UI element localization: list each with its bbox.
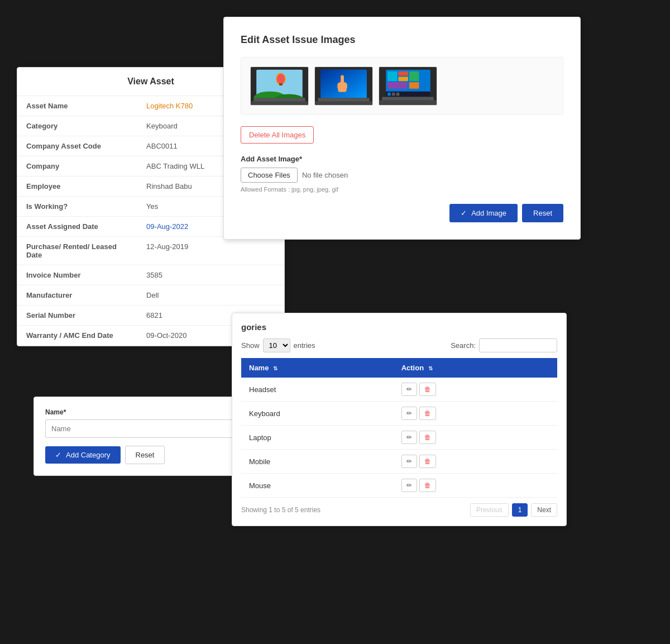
edit-button[interactable]: ✏	[401, 407, 417, 420]
svg-rect-8	[251, 101, 308, 105]
delete-button[interactable]: 🗑	[419, 407, 436, 420]
previous-page-button[interactable]: Previous	[470, 503, 509, 517]
entries-select[interactable]: 10 25 50	[263, 338, 290, 352]
svg-rect-29	[396, 93, 400, 96]
edit-images-panel: Edit Asset Issue Images	[223, 17, 581, 240]
svg-rect-28	[392, 93, 395, 96]
category-name: Laptop	[241, 426, 394, 450]
add-image-label: Add Asset Image*	[241, 155, 563, 163]
action-sort-icon: ⇅	[428, 365, 433, 371]
asset-field-label: Employee	[17, 176, 137, 197]
table-row: Headset ✏ 🗑	[241, 378, 557, 402]
category-name: Mobile	[241, 450, 394, 474]
no-file-text: No file chosen	[302, 171, 348, 179]
svg-rect-27	[387, 93, 391, 96]
svg-rect-13	[341, 75, 344, 84]
categories-table-body: Headset ✏ 🗑 Keyboard ✏ 🗑 Laptop ✏ 🗑 Mobi…	[241, 378, 557, 498]
add-category-button[interactable]: Add Category	[45, 446, 121, 464]
delete-button[interactable]: 🗑	[419, 431, 436, 444]
edit-button[interactable]: ✏	[401, 383, 417, 396]
show-label: Show	[241, 341, 260, 350]
asset-field-label: Warranty / AMC End Date	[17, 326, 137, 346]
asset-field-label: Asset Assigned Date	[17, 217, 137, 237]
show-entries-control: Show 10 25 50 entries	[241, 338, 315, 352]
laptop-image-3	[379, 66, 437, 106]
table-row: Mobile ✏ 🗑	[241, 450, 557, 474]
svg-rect-21	[399, 71, 408, 76]
delete-button[interactable]: 🗑	[419, 479, 436, 492]
category-action: ✏ 🗑	[394, 474, 557, 498]
category-action: ✏ 🗑	[394, 426, 557, 450]
add-image-section: Add Asset Image* Choose Files No file ch…	[241, 155, 563, 193]
asset-field-label: Is Working?	[17, 197, 137, 217]
search-label: Search:	[451, 341, 476, 350]
name-input[interactable]	[45, 419, 240, 438]
categories-subtitle: gories	[241, 322, 557, 332]
name-sort-icon: ⇅	[273, 365, 277, 371]
svg-rect-17	[315, 101, 372, 105]
action-column-header[interactable]: Action ⇅	[394, 358, 557, 378]
asset-field-label: Manufacturer	[17, 285, 137, 306]
categories-table: Name ⇅ Action ⇅ Headset ✏ 🗑 Keyboard ✏ 🗑…	[241, 358, 557, 498]
reset-category-button[interactable]: Reset	[125, 446, 165, 464]
asset-field-value: Dell	[137, 285, 284, 306]
svg-rect-6	[279, 83, 283, 85]
svg-rect-24	[387, 82, 407, 89]
delete-all-images-button[interactable]: Delete All Images	[241, 126, 314, 144]
allowed-formats-text: Allowed Formats : jpg, png, jpeg, gif	[241, 186, 563, 193]
table-header: Name ⇅ Action ⇅	[241, 358, 557, 378]
svg-rect-14	[337, 83, 340, 89]
asset-field-label: Invoice Number	[17, 265, 137, 285]
asset-field-label: Purchase/ Rented/ Leased Date	[17, 237, 137, 265]
showing-entries-text: Showing 1 to 5 of 5 entries	[241, 506, 320, 514]
table-row: Keyboard ✏ 🗑	[241, 402, 557, 426]
add-category-form: Name* Add Category Reset	[34, 397, 251, 476]
edit-images-title: Edit Asset Issue Images	[241, 34, 563, 46]
table-row: Mouse ✏ 🗑	[241, 474, 557, 498]
asset-field-label: Asset Name	[17, 96, 137, 116]
delete-button[interactable]: 🗑	[419, 383, 436, 396]
edit-button[interactable]: ✏	[401, 455, 417, 468]
add-checkmark-icon	[461, 209, 468, 217]
asset-field-label: Company	[17, 156, 137, 176]
asset-field-label: Serial Number	[17, 306, 137, 326]
svg-rect-15	[344, 83, 347, 89]
svg-rect-23	[409, 71, 419, 81]
table-controls: Show 10 25 50 entries Search:	[241, 338, 557, 352]
choose-files-button[interactable]: Choose Files	[241, 168, 298, 183]
name-column-header[interactable]: Name ⇅	[241, 358, 394, 378]
laptop-image-1	[250, 66, 309, 106]
asset-field-label: Company Asset Code	[17, 136, 137, 156]
file-input-row: Choose Files No file chosen	[241, 168, 563, 183]
checkmark-icon	[55, 451, 63, 459]
edit-button[interactable]: ✏	[401, 479, 417, 492]
svg-rect-20	[387, 71, 397, 81]
page-1-button[interactable]: 1	[512, 503, 528, 517]
category-action: ✏ 🗑	[394, 402, 557, 426]
reset-image-button[interactable]: Reset	[522, 204, 563, 222]
categories-panel: gories Show 10 25 50 entries Search: Nam…	[232, 313, 567, 526]
images-container	[241, 57, 563, 115]
category-name: Keyboard	[241, 402, 394, 426]
search-box: Search:	[451, 338, 557, 352]
add-image-button[interactable]: Add Image	[449, 204, 518, 222]
laptop-image-2	[314, 66, 373, 106]
svg-rect-22	[399, 77, 408, 81]
category-name: Mouse	[241, 474, 394, 498]
table-row: Laptop ✏ 🗑	[241, 426, 557, 450]
asset-field-value: 3585	[137, 265, 284, 285]
category-name: Headset	[241, 378, 394, 402]
table-footer: Showing 1 to 5 of 5 entries Previous 1 N…	[241, 503, 557, 517]
category-action: ✏ 🗑	[394, 378, 557, 402]
image-action-buttons: Add Image Reset	[241, 204, 563, 222]
edit-button[interactable]: ✏	[401, 431, 417, 444]
delete-button[interactable]: 🗑	[419, 455, 436, 468]
svg-rect-31	[380, 100, 437, 105]
name-label: Name*	[45, 408, 240, 416]
next-page-button[interactable]: Next	[531, 503, 557, 517]
asset-field-label: Category	[17, 116, 137, 136]
svg-rect-25	[409, 82, 419, 89]
pagination: Previous 1 Next	[470, 503, 557, 517]
asset-field-value: 12-Aug-2019	[137, 237, 284, 265]
search-input[interactable]	[479, 338, 557, 352]
